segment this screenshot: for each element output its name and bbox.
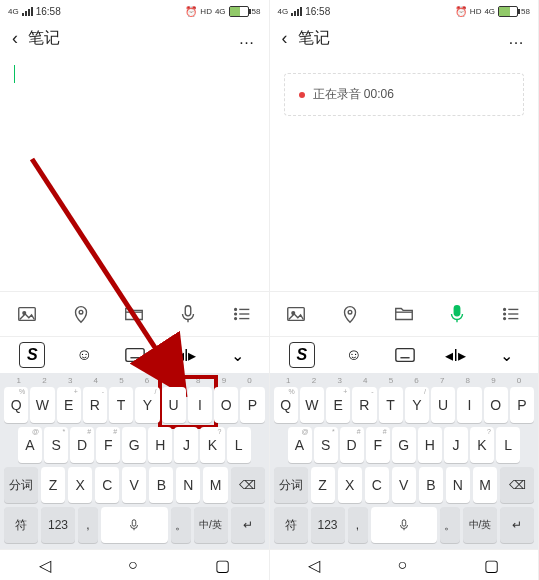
image-icon[interactable] bbox=[16, 303, 38, 325]
key-i[interactable]: I bbox=[457, 387, 481, 423]
symbol-key[interactable]: 符 bbox=[4, 507, 38, 543]
number-key[interactable]: 123 bbox=[41, 507, 75, 543]
key-v[interactable]: V bbox=[392, 467, 416, 503]
folder-icon[interactable] bbox=[123, 303, 145, 325]
key-e[interactable]: +E bbox=[57, 387, 81, 423]
key-q[interactable]: %Q bbox=[274, 387, 298, 423]
recording-box[interactable]: 正在录音 00:06 bbox=[284, 73, 525, 116]
key-s[interactable]: *S bbox=[314, 427, 338, 463]
location-icon[interactable] bbox=[339, 303, 361, 325]
key-l[interactable]: L bbox=[227, 427, 251, 463]
key-o[interactable]: O bbox=[214, 387, 238, 423]
emoji-icon[interactable]: ☺ bbox=[342, 343, 366, 367]
number-key[interactable]: 123 bbox=[311, 507, 345, 543]
folder-icon[interactable] bbox=[393, 303, 415, 325]
cursor-move-icon[interactable]: ◂I▸ bbox=[444, 343, 468, 367]
space-key[interactable] bbox=[371, 507, 438, 543]
back-button[interactable]: ‹ bbox=[282, 28, 288, 49]
key-f[interactable]: #F bbox=[96, 427, 120, 463]
segment-key[interactable]: 分词 bbox=[274, 467, 308, 503]
list-icon[interactable] bbox=[231, 303, 253, 325]
emoji-icon[interactable]: ☺ bbox=[72, 343, 96, 367]
s-logo-icon[interactable]: S bbox=[19, 342, 45, 368]
key-r[interactable]: -R bbox=[83, 387, 107, 423]
key-t[interactable]: T bbox=[379, 387, 403, 423]
key-b[interactable]: B bbox=[419, 467, 443, 503]
key-u[interactable]: U bbox=[431, 387, 455, 423]
enter-key[interactable]: ↵ bbox=[500, 507, 534, 543]
key-m[interactable]: M bbox=[203, 467, 227, 503]
key-y[interactable]: /Y bbox=[405, 387, 429, 423]
key-b[interactable]: B bbox=[149, 467, 173, 503]
key-l[interactable]: L bbox=[496, 427, 520, 463]
note-content[interactable]: 正在录音 00:06 bbox=[270, 59, 539, 291]
key-m[interactable]: M bbox=[473, 467, 497, 503]
nav-back[interactable]: ◁ bbox=[39, 556, 51, 575]
image-icon[interactable] bbox=[285, 303, 307, 325]
key-u[interactable]: U bbox=[162, 387, 186, 423]
location-icon[interactable] bbox=[70, 303, 92, 325]
key-s[interactable]: *S bbox=[44, 427, 68, 463]
collapse-icon[interactable]: ⌄ bbox=[225, 343, 249, 367]
more-button[interactable]: … bbox=[239, 30, 257, 48]
key-w[interactable]: W bbox=[300, 387, 324, 423]
key-e[interactable]: +E bbox=[326, 387, 350, 423]
nav-back[interactable]: ◁ bbox=[308, 556, 320, 575]
key-a[interactable]: @A bbox=[288, 427, 312, 463]
key-n[interactable]: N bbox=[446, 467, 470, 503]
key-g[interactable]: G bbox=[392, 427, 416, 463]
mic-icon[interactable] bbox=[446, 303, 468, 325]
space-key[interactable] bbox=[101, 507, 168, 543]
key-i[interactable]: I bbox=[188, 387, 212, 423]
key-d[interactable]: #D bbox=[340, 427, 364, 463]
key-v[interactable]: V bbox=[122, 467, 146, 503]
more-button[interactable]: … bbox=[508, 30, 526, 48]
period-key[interactable]: 。 bbox=[440, 507, 460, 543]
key-p[interactable]: P bbox=[240, 387, 264, 423]
nav-recent[interactable]: ▢ bbox=[484, 556, 499, 575]
key-c[interactable]: C bbox=[95, 467, 119, 503]
enter-key[interactable]: ↵ bbox=[231, 507, 265, 543]
key-r[interactable]: -R bbox=[352, 387, 376, 423]
language-key[interactable]: 中/英 bbox=[463, 507, 497, 543]
key-n[interactable]: N bbox=[176, 467, 200, 503]
nav-recent[interactable]: ▢ bbox=[215, 556, 230, 575]
keyboard-icon[interactable] bbox=[123, 343, 147, 367]
key-y[interactable]: /Y bbox=[135, 387, 159, 423]
key-j[interactable]: J bbox=[444, 427, 468, 463]
key-t[interactable]: T bbox=[109, 387, 133, 423]
symbol-key[interactable]: 符 bbox=[274, 507, 308, 543]
key-k[interactable]: ?K bbox=[470, 427, 494, 463]
key-h[interactable]: H bbox=[148, 427, 172, 463]
note-content[interactable] bbox=[0, 59, 269, 291]
key-j[interactable]: J bbox=[174, 427, 198, 463]
key-f[interactable]: #F bbox=[366, 427, 390, 463]
key-g[interactable]: G bbox=[122, 427, 146, 463]
cursor-move-icon[interactable]: ◂I▸ bbox=[174, 343, 198, 367]
keyboard-icon[interactable] bbox=[393, 343, 417, 367]
key-a[interactable]: @A bbox=[18, 427, 42, 463]
key-z[interactable]: Z bbox=[41, 467, 65, 503]
key-p[interactable]: P bbox=[510, 387, 534, 423]
segment-key[interactable]: 分词 bbox=[4, 467, 38, 503]
key-d[interactable]: #D bbox=[70, 427, 94, 463]
delete-key[interactable]: ⌫ bbox=[500, 467, 534, 503]
language-key[interactable]: 中/英 bbox=[194, 507, 228, 543]
comma-key[interactable]: , bbox=[78, 507, 98, 543]
key-w[interactable]: W bbox=[30, 387, 54, 423]
period-key[interactable]: 。 bbox=[171, 507, 191, 543]
key-q[interactable]: %Q bbox=[4, 387, 28, 423]
s-logo-icon[interactable]: S bbox=[289, 342, 315, 368]
list-icon[interactable] bbox=[500, 303, 522, 325]
key-x[interactable]: X bbox=[338, 467, 362, 503]
key-c[interactable]: C bbox=[365, 467, 389, 503]
comma-key[interactable]: , bbox=[348, 507, 368, 543]
back-button[interactable]: ‹ bbox=[12, 28, 18, 49]
delete-key[interactable]: ⌫ bbox=[231, 467, 265, 503]
nav-home[interactable]: ○ bbox=[397, 556, 407, 574]
key-h[interactable]: H bbox=[418, 427, 442, 463]
key-z[interactable]: Z bbox=[311, 467, 335, 503]
key-k[interactable]: ?K bbox=[200, 427, 224, 463]
key-x[interactable]: X bbox=[68, 467, 92, 503]
nav-home[interactable]: ○ bbox=[128, 556, 138, 574]
